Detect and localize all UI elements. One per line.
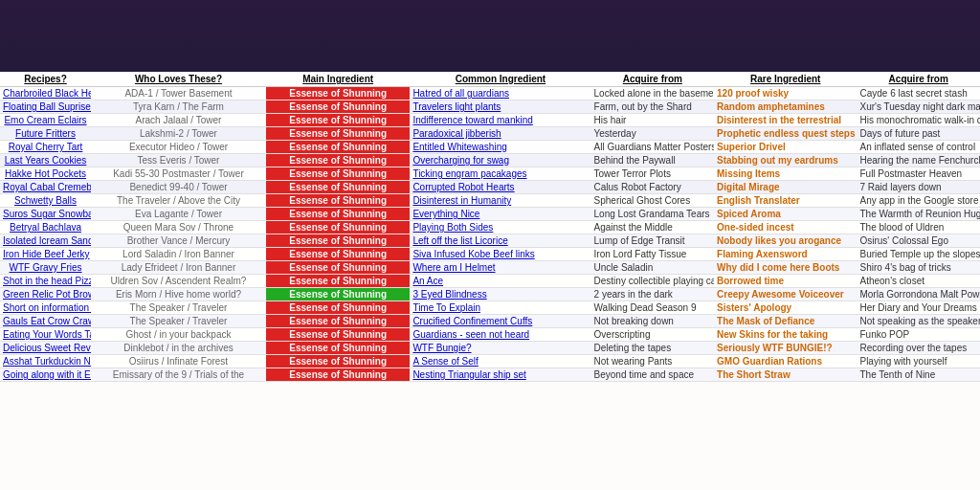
cell-rare: 120 proof wisky — [714, 87, 857, 100]
cell-who: ADA-1 / Tower Basement — [91, 87, 266, 100]
table-row: Betryal Bachlava Queen Mara Sov / Throne… — [0, 221, 980, 234]
cell-recipe[interactable]: Hakke Hot Pockets — [0, 167, 91, 181]
cell-recipe[interactable]: Isolated Icream Sandwiches — [0, 234, 91, 248]
cell-common: Playing Both Sides — [410, 221, 590, 234]
cell-acquire2: Not speaking as the speaker — [857, 315, 980, 328]
cell-recipe[interactable]: Eating Your Words Tar Tar — [0, 328, 91, 342]
cell-main: Essense of Shunning — [266, 342, 410, 355]
cell-acquire2: Buried Temple up the slopes — [857, 248, 980, 261]
cell-who: Emissary of the 9 / Trials of the — [91, 368, 266, 382]
cell-who: Ghost / in your backpack — [91, 328, 266, 342]
cell-acquire1: Destiny collectible playing cards — [591, 275, 714, 288]
cell-who: Brother Vance / Mercury — [91, 234, 266, 248]
header-recipes: Recipes? — [0, 72, 91, 87]
cell-rare: New Skins for the taking — [714, 328, 857, 342]
cell-recipe[interactable]: Going along with it Eggnog — [0, 368, 91, 382]
cell-common: Entitled Whitewashing — [410, 141, 590, 154]
cell-acquire1: His hair — [591, 114, 714, 127]
cell-acquire2: Atheon's closet — [857, 275, 980, 288]
table-row: Eating Your Words Tar Tar Ghost / in you… — [0, 328, 980, 342]
cell-recipe[interactable]: Charbroiled Black Heart Burgers — [0, 87, 91, 100]
cell-acquire1: Not breaking down — [591, 315, 714, 328]
cell-common: Where am I Helmet — [410, 261, 590, 275]
cell-who: Lady Efrideet / Iron Banner — [91, 261, 266, 275]
cell-common: Overcharging for swag — [410, 154, 590, 167]
header-who: Who Loves These? — [91, 72, 266, 87]
cell-recipe[interactable]: Iron Hide Beef Jerky — [0, 248, 91, 261]
table-row: Future Fritters Lakshmi-2 / Tower Essens… — [0, 127, 980, 141]
cell-who: Arach Jalaal / Tower — [91, 114, 266, 127]
cell-recipe[interactable]: Green Relic Pot Brownies — [0, 288, 91, 301]
cell-recipe[interactable]: Gauls Eat Crow Crawfish — [0, 315, 91, 328]
cell-recipe[interactable]: Last Years Cookies — [0, 154, 91, 167]
cell-recipe[interactable]: Delicious Sweet Revenge — [0, 342, 91, 355]
cell-main: Essense of Shunning — [266, 288, 410, 301]
cell-rare: Missing Items — [714, 167, 857, 181]
cell-main: Essense of Shunning — [266, 87, 410, 100]
table-row: Emo Cream Eclairs Arach Jalaal / Tower E… — [0, 114, 980, 127]
cell-acquire2: Funko POP — [857, 328, 980, 342]
cell-common: Guardians - seen not heard — [410, 328, 590, 342]
cell-rare: Why did I come here Boots — [714, 261, 857, 275]
cell-recipe[interactable]: Future Fritters — [0, 127, 91, 141]
cell-main: Essense of Shunning — [266, 181, 410, 194]
cell-rare: English Translater — [714, 194, 857, 208]
cell-main: Essense of Shunning — [266, 261, 410, 275]
cell-acquire2: Recording over the tapes — [857, 342, 980, 355]
cell-rare: Borrowed time — [714, 275, 857, 288]
table-container: Recipes? Who Loves These? Main Ingredien… — [0, 72, 980, 490]
cell-common: WTF Bungie? — [410, 342, 590, 355]
table-row: Going along with it Eggnog Emissary of t… — [0, 368, 980, 382]
table-row: Iron Hide Beef Jerky Lord Saladin / Iron… — [0, 248, 980, 261]
cell-main: Essense of Shunning — [266, 100, 410, 114]
cell-recipe[interactable]: Schwetty Balls — [0, 194, 91, 208]
cell-common: Hatred of all guardians — [410, 87, 590, 100]
cell-who: Eris Morn / Hive home world? — [91, 288, 266, 301]
cell-common: Paradoxical jibberish — [410, 127, 590, 141]
cell-recipe[interactable]: Royal Cherry Tart — [0, 141, 91, 154]
cell-rare: Digital Mirage — [714, 181, 857, 194]
cell-main: Essense of Shunning — [266, 167, 410, 181]
cell-rare: GMO Guardian Rations — [714, 355, 857, 368]
table-row: Hakke Hot Pockets Kadi 55-30 Postmaster … — [0, 167, 980, 181]
cell-acquire1: Spherical Ghost Cores — [591, 194, 714, 208]
cell-recipe[interactable]: Suros Sugar Snowballs — [0, 208, 91, 221]
cell-recipe[interactable]: Royal Cabal Cremebrule — [0, 181, 91, 194]
cell-who: The Traveler / Above the City — [91, 194, 266, 208]
cell-who: Uldren Sov / Ascendent Realm? — [91, 275, 266, 288]
cell-rare: Spiced Aroma — [714, 208, 857, 221]
cell-recipe[interactable]: Floating Ball Suprise Salad — [0, 100, 91, 114]
cell-acquire1: Against the Middle — [591, 221, 714, 234]
cell-recipe[interactable]: Short on information Shortbread — [0, 301, 91, 315]
cell-common: Crucified Confinement Cuffs — [410, 315, 590, 328]
header-common: Common Ingredient — [410, 72, 590, 87]
table-row: Last Years Cookies Tess Everis / Tower E… — [0, 154, 980, 167]
header-main: Main Ingredient — [266, 72, 410, 87]
cell-who: Lakshmi-2 / Tower — [91, 127, 266, 141]
cell-common: An Ace — [410, 275, 590, 288]
cell-rare: The Mask of Defiance — [714, 315, 857, 328]
cell-acquire2: Osirus' Colossal Ego — [857, 234, 980, 248]
cell-who: Tyra Karn / The Farm — [91, 100, 266, 114]
table-row: Green Relic Pot Brownies Eris Morn / Hiv… — [0, 288, 980, 301]
cell-acquire1: Beyond time and space — [591, 368, 714, 382]
cell-recipe[interactable]: Shot in the head Pizza Pinwheels — [0, 275, 91, 288]
cell-recipe[interactable]: WTF Gravy Fries — [0, 261, 91, 275]
cell-acquire2: Cayde 6 last secret stash — [857, 87, 980, 100]
cell-main: Essense of Shunning — [266, 208, 410, 221]
cell-recipe[interactable]: Asshat Turkduckin Neck — [0, 355, 91, 368]
table-row: WTF Gravy Fries Lady Efrideet / Iron Ban… — [0, 261, 980, 275]
cell-common: Nesting Triangular ship set — [410, 368, 590, 382]
header-rare: Rare Ingredient — [714, 72, 857, 87]
cell-main: Essense of Shunning — [266, 328, 410, 342]
cell-who: Tess Everis / Tower — [91, 154, 266, 167]
cell-recipe[interactable]: Emo Cream Eclairs — [0, 114, 91, 127]
cell-acquire2: Xur's Tuesday night dark market — [857, 100, 980, 114]
cell-recipe[interactable]: Betryal Bachlava — [0, 221, 91, 234]
cell-acquire1: Walking Dead Season 9 — [591, 301, 714, 315]
cell-acquire1: Not wearing Pants — [591, 355, 714, 368]
cell-rare: Nobody likes you arogance — [714, 234, 857, 248]
cell-rare: Stabbing out my eardrums — [714, 154, 857, 167]
cell-who: Osiirus / Infinate Forest — [91, 355, 266, 368]
cell-acquire2: Her Diary and Your Dreams — [857, 301, 980, 315]
